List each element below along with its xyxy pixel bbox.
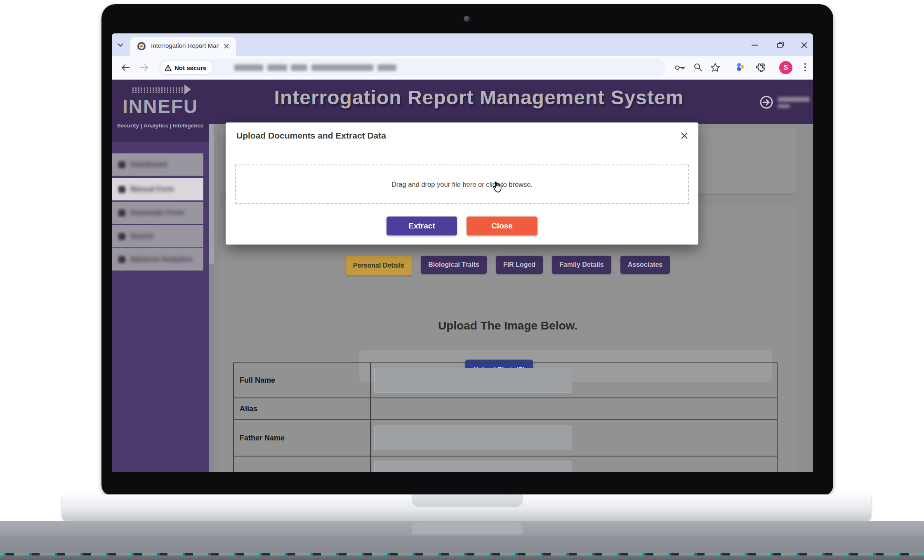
tab-associates[interactable]: Associates (620, 256, 670, 274)
alias-input-cell[interactable] (371, 398, 777, 419)
not-secure-label: Not secure (174, 64, 207, 71)
laptop-lid-notch (412, 494, 523, 507)
avatar-letter: S (784, 64, 788, 71)
search-icon (118, 233, 125, 240)
desk-reflection-band-3 (0, 555, 924, 560)
kebab-menu-icon[interactable] (800, 61, 811, 73)
logo-text: INNEFU (112, 95, 209, 118)
tab-biological-traits[interactable]: Biological Traits (421, 256, 487, 274)
upload-image-heading: Upload The Image Below. (220, 319, 796, 332)
sidebar-item-label: Automatic Form (130, 209, 184, 217)
sidebar-scrollbar-thumb[interactable] (209, 124, 214, 264)
sidebar-item-dashboard[interactable]: Dashboard (112, 153, 203, 176)
full-name-input[interactable] (374, 368, 572, 393)
form-row-mother-name: Mother Name (234, 456, 777, 472)
extension-colored-icon[interactable] (734, 61, 747, 74)
browser-toolbar: Not secure (112, 56, 813, 80)
forward-icon[interactable] (138, 61, 151, 74)
sidebar-item-label: Search (130, 232, 154, 240)
toolbar-divider (772, 61, 772, 73)
logo-tagline: Security | Analytics | Intelligence (112, 122, 209, 129)
modal-title: Upload Documents and Extract Data (236, 131, 386, 141)
sidebar-item-label: Manual Form (130, 185, 174, 193)
browser-tab-active[interactable]: Interrogation Report Managem (130, 37, 236, 56)
field-label: Full Name (234, 363, 371, 398)
tab-label: Biological Traits (428, 261, 479, 268)
logo-arrowhead (184, 85, 191, 94)
form-row-full-name: Full Name (234, 363, 777, 398)
not-secure-chip[interactable]: Not secure (160, 61, 212, 74)
header-user-area[interactable] (759, 95, 810, 109)
extract-label: Extract (408, 221, 435, 231)
back-icon[interactable] (119, 61, 132, 74)
url-redacted-segment (234, 64, 263, 71)
url-redacted-segment (377, 64, 396, 71)
webcam-dot (464, 16, 470, 22)
window-minimize-button[interactable] (749, 39, 760, 51)
close-label: Close (491, 221, 513, 231)
tab-personal-details[interactable]: Personal Details (346, 256, 412, 275)
profile-avatar[interactable]: S (779, 61, 792, 74)
father-name-input[interactable] (374, 426, 572, 450)
field-cell (371, 420, 777, 456)
notch-reflection (412, 522, 523, 534)
manual-form-icon (118, 186, 125, 193)
favicon (137, 42, 146, 51)
warning-icon (165, 65, 172, 71)
dashboard-icon (118, 161, 125, 168)
upload-documents-modal: Upload Documents and Extract Data Drag a… (226, 122, 698, 245)
sidebar-item-label: Dashboard (130, 160, 167, 169)
sidebar-item-automatic-form[interactable]: Automatic Form (112, 202, 203, 224)
laptop-mockup: Interrogation Report Managem (0, 0, 924, 560)
tab-label: Associates (628, 261, 663, 268)
tab-close-icon[interactable] (222, 42, 231, 51)
field-cell (371, 363, 777, 398)
field-cell (371, 456, 777, 472)
extract-button[interactable]: Extract (387, 216, 457, 235)
automatic-form-icon (118, 209, 125, 216)
modal-close-icon[interactable] (679, 130, 690, 141)
url-redacted-segment (267, 64, 287, 71)
section-tabs: Personal Details Biological Traits FIR L… (220, 256, 796, 275)
login-arrow-icon (759, 95, 773, 109)
window-close-button[interactable] (798, 39, 810, 51)
modal-header: Upload Documents and Extract Data (226, 122, 698, 150)
tab-title: Interrogation Report Managem (151, 42, 219, 49)
form-row-father-name: Father Name (234, 420, 777, 456)
analytics-icon (118, 256, 125, 263)
tab-label: Family Details (559, 261, 604, 268)
sidebar-item-advance-analytics[interactable]: Advance Analytics (112, 248, 203, 271)
tab-search-chevron-icon[interactable] (115, 40, 126, 50)
page-title: Interrogation Report Management System (215, 86, 743, 109)
window-restore-button[interactable] (775, 39, 786, 51)
username-redacted (778, 97, 810, 102)
browser-window: Interrogation Report Managem (112, 33, 813, 472)
close-button[interactable]: Close (467, 216, 537, 235)
bookmark-star-icon[interactable] (709, 61, 722, 74)
extensions-puzzle-icon[interactable] (754, 61, 767, 74)
sidebar-item-label: Advance Analytics (130, 255, 193, 264)
hand-cursor (491, 181, 502, 193)
tab-fir-loged[interactable]: FIR Loged (496, 256, 543, 274)
logo-block: INNEFU Security | Analytics | Intelligen… (112, 80, 209, 142)
field-label: Father Name (234, 420, 371, 456)
dropzone-text: Drag and drop your file here or click to… (391, 181, 533, 188)
desk-reflection-band-2 (0, 536, 924, 553)
sidebar-item-manual-form[interactable]: Manual Form (112, 178, 203, 200)
field-label: Alias (234, 398, 371, 419)
logo-dotted-arrow (132, 87, 184, 94)
zoom-search-icon[interactable] (692, 61, 704, 73)
mother-name-input[interactable] (374, 461, 572, 472)
tab-label: Personal Details (353, 262, 405, 269)
field-label: Mother Name (234, 456, 371, 472)
form-row-alias: Alias (234, 398, 777, 420)
file-dropzone[interactable]: Drag and drop your file here or click to… (235, 165, 689, 204)
sidebar-item-search[interactable]: Search (112, 225, 203, 247)
tab-family-details[interactable]: Family Details (552, 256, 611, 274)
tab-label: FIR Loged (503, 261, 535, 268)
address-bar[interactable]: Not secure (158, 59, 665, 76)
password-key-icon[interactable] (674, 61, 686, 74)
url-redacted-segment (291, 64, 307, 71)
browser-tab-strip: Interrogation Report Managem (112, 33, 813, 56)
url-redacted-segment (311, 64, 373, 71)
